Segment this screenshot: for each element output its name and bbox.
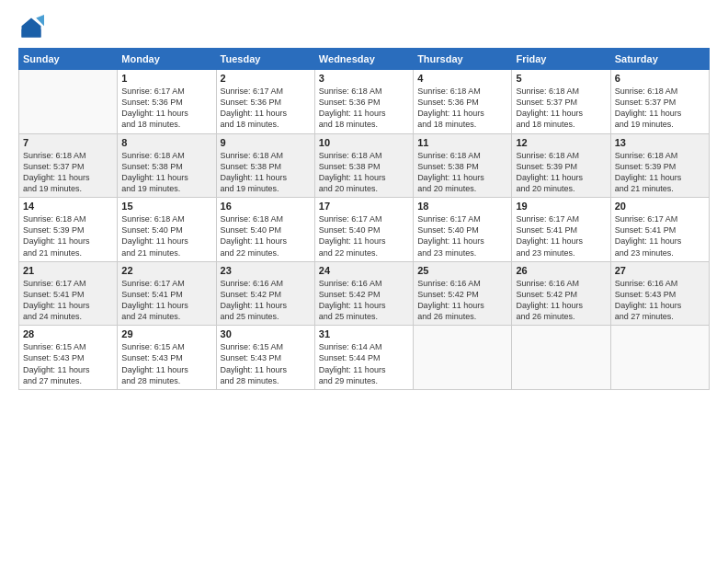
day-info: Sunrise: 6:15 AM Sunset: 5:43 PM Dayligh…: [121, 341, 211, 386]
day-info: Sunrise: 6:16 AM Sunset: 5:42 PM Dayligh…: [516, 278, 606, 323]
calendar-cell: 15Sunrise: 6:18 AM Sunset: 5:40 PM Dayli…: [118, 198, 216, 262]
day-info: Sunrise: 6:15 AM Sunset: 5:43 PM Dayligh…: [221, 341, 311, 386]
calendar-header-saturday: Saturday: [610, 49, 709, 70]
svg-rect-2: [22, 29, 41, 38]
day-number: 13: [615, 137, 705, 148]
calendar-cell: 30Sunrise: 6:15 AM Sunset: 5:43 PM Dayli…: [216, 326, 314, 390]
calendar-cell: 1Sunrise: 6:17 AM Sunset: 5:36 PM Daylig…: [118, 70, 216, 134]
calendar-cell: 14Sunrise: 6:18 AM Sunset: 5:39 PM Dayli…: [19, 198, 118, 262]
day-info: Sunrise: 6:18 AM Sunset: 5:36 PM Dayligh…: [417, 86, 507, 131]
calendar-cell: 6Sunrise: 6:18 AM Sunset: 5:37 PM Daylig…: [610, 70, 709, 134]
calendar-cell: 8Sunrise: 6:18 AM Sunset: 5:38 PM Daylig…: [118, 133, 216, 198]
calendar-cell: 2Sunrise: 6:17 AM Sunset: 5:36 PM Daylig…: [216, 70, 314, 134]
calendar-table: SundayMondayTuesdayWednesdayThursdayFrid…: [18, 48, 710, 390]
calendar-cell: 17Sunrise: 6:17 AM Sunset: 5:40 PM Dayli…: [314, 198, 413, 262]
day-number: 3: [319, 73, 409, 84]
day-info: Sunrise: 6:17 AM Sunset: 5:40 PM Dayligh…: [417, 213, 507, 259]
day-number: 9: [221, 137, 311, 148]
day-info: Sunrise: 6:17 AM Sunset: 5:41 PM Dayligh…: [615, 213, 705, 259]
page: SundayMondayTuesdayWednesdayThursdayFrid…: [0, 0, 728, 563]
calendar-header-friday: Friday: [512, 49, 610, 70]
calendar-header-wednesday: Wednesday: [314, 49, 413, 70]
day-info: Sunrise: 6:14 AM Sunset: 5:44 PM Dayligh…: [319, 341, 409, 386]
day-number: 22: [121, 265, 211, 276]
day-number: 12: [516, 137, 606, 148]
calendar-cell: 5Sunrise: 6:18 AM Sunset: 5:37 PM Daylig…: [512, 70, 610, 134]
day-number: 28: [23, 328, 113, 339]
day-info: Sunrise: 6:17 AM Sunset: 5:40 PM Dayligh…: [319, 213, 409, 259]
day-number: 1: [121, 73, 211, 84]
day-info: Sunrise: 6:17 AM Sunset: 5:36 PM Dayligh…: [221, 86, 311, 131]
calendar-header-row: SundayMondayTuesdayWednesdayThursdayFrid…: [19, 49, 710, 70]
calendar-header-tuesday: Tuesday: [216, 49, 314, 70]
calendar-cell: 12Sunrise: 6:18 AM Sunset: 5:39 PM Dayli…: [512, 133, 610, 198]
day-info: Sunrise: 6:18 AM Sunset: 5:38 PM Dayligh…: [417, 150, 507, 195]
calendar-cell: 13Sunrise: 6:18 AM Sunset: 5:39 PM Dayli…: [610, 133, 709, 198]
header: [18, 15, 710, 40]
day-number: 11: [417, 137, 507, 148]
day-number: 4: [417, 73, 507, 84]
calendar-week-row: 21Sunrise: 6:17 AM Sunset: 5:41 PM Dayli…: [19, 261, 710, 326]
day-info: Sunrise: 6:15 AM Sunset: 5:43 PM Dayligh…: [23, 341, 113, 386]
calendar-cell: [512, 326, 610, 390]
calendar-cell: 28Sunrise: 6:15 AM Sunset: 5:43 PM Dayli…: [19, 326, 118, 390]
day-number: 19: [516, 201, 606, 212]
calendar-cell: 4Sunrise: 6:18 AM Sunset: 5:36 PM Daylig…: [414, 70, 512, 134]
day-number: 26: [516, 265, 606, 276]
day-number: 21: [23, 265, 113, 276]
calendar-cell: 21Sunrise: 6:17 AM Sunset: 5:41 PM Dayli…: [19, 261, 118, 326]
calendar-cell: 29Sunrise: 6:15 AM Sunset: 5:43 PM Dayli…: [118, 326, 216, 390]
day-number: 15: [121, 201, 211, 212]
calendar-cell: 19Sunrise: 6:17 AM Sunset: 5:41 PM Dayli…: [512, 198, 610, 262]
day-info: Sunrise: 6:18 AM Sunset: 5:37 PM Dayligh…: [23, 150, 113, 195]
calendar-cell: 27Sunrise: 6:16 AM Sunset: 5:43 PM Dayli…: [610, 261, 709, 326]
day-info: Sunrise: 6:17 AM Sunset: 5:41 PM Dayligh…: [516, 213, 606, 259]
calendar-cell: [610, 326, 709, 390]
calendar-cell: 23Sunrise: 6:16 AM Sunset: 5:42 PM Dayli…: [216, 261, 314, 326]
day-number: 7: [23, 137, 113, 148]
day-info: Sunrise: 6:18 AM Sunset: 5:39 PM Dayligh…: [516, 150, 606, 195]
day-number: 23: [221, 265, 311, 276]
calendar-header-sunday: Sunday: [19, 49, 118, 70]
day-info: Sunrise: 6:18 AM Sunset: 5:39 PM Dayligh…: [615, 150, 705, 195]
logo: [18, 15, 48, 40]
calendar-cell: 9Sunrise: 6:18 AM Sunset: 5:38 PM Daylig…: [216, 133, 314, 198]
calendar-week-row: 7Sunrise: 6:18 AM Sunset: 5:37 PM Daylig…: [19, 133, 710, 198]
day-number: 2: [221, 73, 311, 84]
calendar-cell: 10Sunrise: 6:18 AM Sunset: 5:38 PM Dayli…: [314, 133, 413, 198]
day-number: 24: [319, 265, 409, 276]
day-number: 10: [319, 137, 409, 148]
calendar-header-thursday: Thursday: [414, 49, 512, 70]
day-info: Sunrise: 6:18 AM Sunset: 5:38 PM Dayligh…: [319, 150, 409, 195]
day-info: Sunrise: 6:16 AM Sunset: 5:42 PM Dayligh…: [221, 278, 311, 323]
calendar-cell: 11Sunrise: 6:18 AM Sunset: 5:38 PM Dayli…: [414, 133, 512, 198]
day-number: 16: [221, 201, 311, 212]
day-info: Sunrise: 6:18 AM Sunset: 5:40 PM Dayligh…: [121, 213, 211, 259]
day-number: 29: [121, 328, 211, 339]
calendar-header-monday: Monday: [118, 49, 216, 70]
day-info: Sunrise: 6:18 AM Sunset: 5:37 PM Dayligh…: [516, 86, 606, 131]
day-number: 14: [23, 201, 113, 212]
calendar-cell: 3Sunrise: 6:18 AM Sunset: 5:36 PM Daylig…: [314, 70, 413, 134]
calendar-week-row: 14Sunrise: 6:18 AM Sunset: 5:39 PM Dayli…: [19, 198, 710, 262]
day-info: Sunrise: 6:18 AM Sunset: 5:38 PM Dayligh…: [221, 150, 311, 195]
day-number: 5: [516, 73, 606, 84]
day-info: Sunrise: 6:16 AM Sunset: 5:42 PM Dayligh…: [417, 278, 507, 323]
day-info: Sunrise: 6:18 AM Sunset: 5:39 PM Dayligh…: [23, 213, 113, 259]
calendar-week-row: 28Sunrise: 6:15 AM Sunset: 5:43 PM Dayli…: [19, 326, 710, 390]
day-info: Sunrise: 6:16 AM Sunset: 5:43 PM Dayligh…: [615, 278, 705, 323]
day-number: 6: [615, 73, 705, 84]
day-number: 31: [319, 328, 409, 339]
calendar-cell: 22Sunrise: 6:17 AM Sunset: 5:41 PM Dayli…: [118, 261, 216, 326]
calendar-cell: 24Sunrise: 6:16 AM Sunset: 5:42 PM Dayli…: [314, 261, 413, 326]
calendar-cell: 16Sunrise: 6:18 AM Sunset: 5:40 PM Dayli…: [216, 198, 314, 262]
calendar-week-row: 1Sunrise: 6:17 AM Sunset: 5:36 PM Daylig…: [19, 70, 710, 134]
day-info: Sunrise: 6:17 AM Sunset: 5:36 PM Dayligh…: [121, 86, 211, 131]
day-info: Sunrise: 6:18 AM Sunset: 5:40 PM Dayligh…: [221, 213, 311, 259]
calendar-cell: 20Sunrise: 6:17 AM Sunset: 5:41 PM Dayli…: [610, 198, 709, 262]
calendar-cell: [19, 70, 118, 134]
day-info: Sunrise: 6:18 AM Sunset: 5:36 PM Dayligh…: [319, 86, 409, 131]
day-number: 17: [319, 201, 409, 212]
calendar-cell: [414, 326, 512, 390]
day-info: Sunrise: 6:16 AM Sunset: 5:42 PM Dayligh…: [319, 278, 409, 323]
